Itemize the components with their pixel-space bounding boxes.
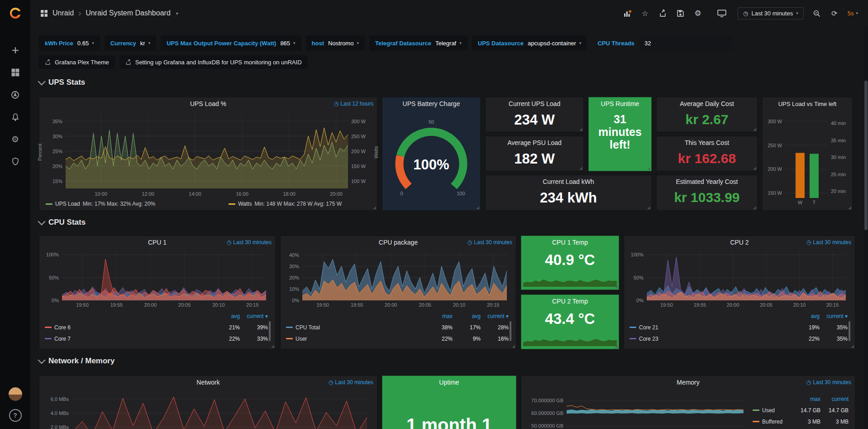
sidebar-item-alerting[interactable] — [10, 112, 20, 122]
network-chart[interactable]: 2.0 MBs4.0 MBs6.0 MBs — [43, 389, 373, 429]
dashboard-settings-button[interactable]: ⚙ — [693, 9, 702, 18]
add-panel-button[interactable] — [623, 9, 632, 18]
panel-title[interactable]: Average Daily Cost — [680, 100, 734, 107]
time-picker-button[interactable]: ◷ Last 30 minutes ▾ — [738, 7, 804, 19]
variable-value-dropdown[interactable]: kr▾ — [140, 40, 150, 47]
memory-chart[interactable]: 50.000000 GB60.000000 GB70.000000 GB — [525, 389, 747, 429]
legend-scrollbar[interactable] — [510, 321, 511, 341]
legend-column-header[interactable]: avg — [212, 313, 240, 319]
sidebar-item-explore[interactable] — [10, 90, 20, 100]
legend-series-name[interactable]: User — [296, 336, 307, 342]
time-override-badge: ◷Last 30 minutes — [806, 236, 851, 249]
save-button[interactable] — [676, 9, 685, 18]
legend-series-name[interactable]: Core 6 — [54, 324, 71, 331]
panel-title[interactable]: CPU package — [379, 239, 418, 246]
cpu2-chart[interactable]: 0%50%100%19:5019:5520:0020:0520:1020:15 — [628, 249, 851, 308]
variable-value-dropdown[interactable]: 865▾ — [280, 40, 295, 47]
legend-series-name[interactable]: Core 23 — [639, 336, 658, 342]
help-button[interactable]: ? — [9, 409, 22, 422]
legend-column-header[interactable]: current — [820, 396, 849, 402]
star-button[interactable]: ☆ — [640, 9, 649, 18]
legend-value: 22% — [212, 336, 240, 342]
ups-bars-chart[interactable]: 150 W200 W250 W300 W20 min25 min30 min35… — [764, 112, 850, 206]
legend-series-name[interactable]: UPS Load — [55, 201, 80, 207]
sidebar-item-configuration[interactable]: ⚙ — [10, 134, 20, 144]
refresh-interval-dropdown[interactable]: 5s ▾ — [848, 10, 858, 17]
legend-column-header[interactable]: avg — [453, 313, 481, 319]
svg-text:40%: 40% — [289, 252, 299, 258]
title-caret-icon[interactable]: ▾ — [176, 11, 178, 16]
variable-value-dropdown[interactable]: apcupsd-container▾ — [528, 40, 582, 47]
legend-series-name[interactable]: Used — [762, 407, 775, 414]
sidebar-item-server-admin[interactable] — [10, 156, 20, 166]
variable-value-dropdown[interactable]: Nostromo▾ — [328, 40, 359, 47]
section-cpu-stats[interactable]: CPU Stats — [39, 218, 86, 227]
cpu-threads-input[interactable]: 32 — [640, 35, 733, 51]
shield-icon — [11, 157, 19, 165]
dashboard-links: Grafana Plex Theme Setting up Grafana an… — [39, 55, 308, 69]
legend-column-header[interactable]: avg — [792, 313, 820, 319]
link-grafana-plex-theme[interactable]: Grafana Plex Theme — [39, 55, 115, 69]
legend-column-header[interactable]: current ▾ — [240, 313, 268, 319]
grafana-logo[interactable] — [9, 0, 22, 26]
panel-title[interactable]: CPU 1 Temp — [552, 239, 588, 246]
panel-ups-load-percent: UPS Load % ◷Last 12 hours Percent Watts … — [39, 97, 377, 211]
legend-column-header[interactable]: current ▾ — [820, 313, 848, 319]
legend-column-header[interactable]: max — [424, 313, 453, 319]
panel-title[interactable]: Current UPS Load — [509, 100, 560, 107]
svg-text:20:00: 20:00 — [727, 302, 739, 308]
dashboard-title[interactable]: Unraid System Dashboard — [86, 9, 171, 17]
panel-title[interactable]: Memory — [677, 379, 700, 386]
tv-mode-button[interactable] — [717, 9, 726, 18]
panel-title[interactable]: Estimated Yearly Cost — [676, 178, 738, 185]
svg-text:20:10: 20:10 — [793, 302, 806, 308]
panel-title[interactable]: UPS Load vs Time left — [778, 101, 837, 107]
scrollbar-thumb[interactable] — [864, 81, 868, 230]
panel-title[interactable]: UPS Battery Charge — [403, 100, 460, 107]
panel-title[interactable]: Average PSU Load — [507, 139, 562, 146]
legend-scrollbar[interactable] — [269, 321, 271, 341]
battery-gauge[interactable]: 050100100% — [382, 112, 480, 205]
legend-column-header[interactable]: max — [792, 396, 820, 402]
user-avatar[interactable] — [9, 387, 22, 401]
panel-title[interactable]: Uptime — [439, 379, 459, 386]
sidebar-item-dashboards[interactable] — [10, 67, 20, 77]
link-ups-monitoring-guide[interactable]: Setting up Grafana and InfluxDB for UPS … — [119, 55, 308, 69]
legend-series-name[interactable]: Core 21 — [639, 324, 658, 331]
cpu-package-chart[interactable]: 0%10%20%30%40%19:5019:5520:0020:0520:102… — [284, 249, 512, 308]
legend-column-header[interactable]: current ▾ — [481, 313, 509, 319]
variable-value-dropdown[interactable]: Telegraf▾ — [435, 40, 462, 47]
sidebar-item-create[interactable] — [10, 45, 20, 55]
legend-value: 14.7 GB — [792, 407, 820, 414]
legend-series-name[interactable]: Core 7 — [54, 336, 71, 342]
stat-value: kr 162.68 — [657, 151, 757, 166]
variable-ups-datasource: UPS Datasource apcupsd-container▾ — [472, 35, 587, 51]
ups-load-chart[interactable]: 15%20%25%30%35%100 W150 W200 W250 W300 W… — [45, 110, 372, 198]
panel-title[interactable]: This Years Cost — [685, 139, 729, 146]
legend-series-name[interactable]: CPU Total — [296, 324, 320, 331]
panel-title[interactable]: Current Load kWh — [543, 178, 594, 185]
breadcrumb-app[interactable]: Unraid — [52, 9, 74, 17]
cpu1-chart[interactable]: 0%50%100%19:5019:5520:0020:0520:1020:15 — [43, 249, 272, 308]
panel-title[interactable]: CPU 2 — [730, 239, 749, 246]
refresh-button[interactable]: ⟳ — [830, 9, 839, 18]
navbar-actions: ☆ ⚙ ◷ Last 30 minutes ▾ — [623, 7, 858, 19]
section-ups-stats[interactable]: UPS Stats — [39, 78, 85, 87]
share-button[interactable] — [658, 9, 667, 18]
zoom-out-button[interactable] — [812, 9, 821, 18]
chevron-down-icon: ▾ — [148, 41, 151, 45]
panel-title[interactable]: UPS Load % — [190, 100, 226, 107]
panel-title[interactable]: CPU 1 — [148, 239, 167, 246]
legend-series-name[interactable]: Buffered — [762, 419, 782, 425]
legend-scrollbar[interactable] — [849, 321, 850, 341]
section-network-memory[interactable]: Network / Memory — [39, 357, 114, 366]
legend-series-name[interactable]: Watts — [238, 201, 252, 207]
variable-value-dropdown[interactable]: 0.65▾ — [77, 40, 94, 47]
panel-title[interactable]: UPS Runtime — [601, 100, 639, 107]
svg-text:6.0 MBs: 6.0 MBs — [51, 396, 69, 402]
y-axis-label-left: Percent — [37, 144, 43, 161]
page-scrollbar[interactable] — [864, 26, 868, 429]
legend-value: 17% — [453, 324, 481, 331]
panel-title[interactable]: CPU 2 Temp — [552, 298, 588, 305]
panel-title[interactable]: Network — [196, 379, 219, 386]
